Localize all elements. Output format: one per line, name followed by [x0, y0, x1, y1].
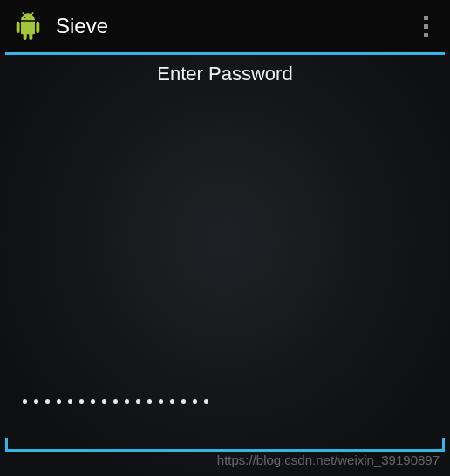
content-frame — [5, 52, 445, 452]
password-dot — [193, 399, 197, 404]
password-dot — [102, 399, 106, 404]
password-dot — [34, 399, 38, 404]
password-dot — [57, 399, 61, 404]
password-dot — [159, 399, 163, 404]
overflow-menu-icon[interactable] — [415, 10, 436, 42]
password-dot — [136, 399, 140, 404]
app-title: Sieve — [56, 14, 108, 38]
password-dot — [170, 399, 174, 404]
password-input[interactable] — [23, 399, 208, 404]
password-dot — [113, 399, 118, 404]
password-prompt-label: Enter Password — [0, 63, 450, 85]
password-dot — [91, 399, 95, 404]
password-dot — [45, 399, 50, 404]
android-icon — [14, 12, 42, 40]
watermark-text: https://blog.csdn.net/weixin_39190897 — [217, 452, 440, 467]
password-dot — [204, 399, 208, 404]
password-dot — [147, 399, 152, 404]
password-dot — [181, 399, 186, 404]
password-dot — [68, 399, 72, 404]
action-bar: Sieve — [0, 0, 450, 52]
password-dot — [79, 399, 84, 404]
password-dot — [125, 399, 129, 404]
password-dot — [23, 399, 27, 404]
